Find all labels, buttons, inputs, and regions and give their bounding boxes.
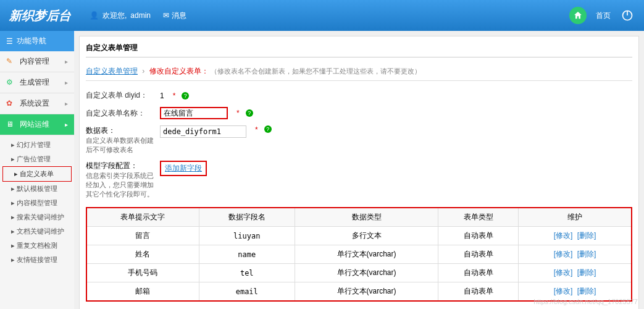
add-field-button[interactable]: 添加新字段 bbox=[160, 161, 207, 176]
th-prompt: 表单提示文字 bbox=[86, 208, 199, 227]
table-label: 数据表： bbox=[86, 125, 154, 136]
edit-link[interactable]: [修改] bbox=[554, 250, 573, 258]
page-title: 自定义表单管理 bbox=[86, 43, 632, 57]
user-icon: 👤 bbox=[90, 11, 99, 20]
edit-icon: ✎ bbox=[6, 57, 16, 67]
sub-nav: ▸ 幻灯片管理 ▸ 广告位管理 ▸ 自定义表单 ▸ 默认模板管理 ▸ 内容模型管… bbox=[0, 135, 74, 269]
table-input[interactable] bbox=[160, 125, 246, 138]
table-sublabel: 自定义表单数据表创建后不可修改表名 bbox=[86, 136, 154, 154]
breadcrumb-current: 修改自定义表单： bbox=[149, 67, 209, 75]
delete-link[interactable]: [删除] bbox=[577, 231, 596, 240]
chevron-right-icon: ▸ bbox=[65, 58, 68, 65]
help-icon[interactable]: ? bbox=[182, 92, 189, 99]
sub-friendlink[interactable]: ▸ 友情链接管理 bbox=[0, 253, 74, 267]
table-row: 姓名name单行文本(varchar)自动表单[修改] [删除] bbox=[86, 245, 632, 264]
logout-button[interactable] bbox=[620, 8, 635, 23]
welcome-text: 👤 欢迎您,admin bbox=[90, 11, 151, 21]
watermark: https://blog.csdn.net/qq_17025577 bbox=[533, 298, 638, 305]
breadcrumb: 自定义表单管理 › 修改自定义表单： （修改表名不会创建新表，如果您不懂手工处理… bbox=[86, 62, 632, 81]
fields-table: 表单提示文字 数据字段名 数据类型 表单类型 维护 留言liuyan多行文本自动… bbox=[86, 207, 632, 302]
delete-link[interactable]: [删除] bbox=[577, 268, 596, 277]
diyid-label: 自定义表单 diyid： bbox=[86, 90, 154, 101]
edit-link[interactable]: [修改] bbox=[554, 231, 573, 240]
table-row: 手机号码tel单行文本(varchar)自动表单[修改] [删除] bbox=[86, 264, 632, 282]
nav-header: ☰ 功能导航 bbox=[0, 31, 74, 51]
breadcrumb-link[interactable]: 自定义表单管理 bbox=[86, 67, 138, 75]
model-desc: 信息索引类字段系统已经加入，您只需要增加其它个性化字段即可。 bbox=[86, 171, 154, 199]
sub-slides[interactable]: ▸ 幻灯片管理 bbox=[0, 138, 74, 152]
sub-diyform[interactable]: ▸ 自定义表单 bbox=[2, 166, 72, 182]
diyid-value: 1 bbox=[160, 91, 164, 100]
sub-dup[interactable]: ▸ 重复文档检测 bbox=[0, 239, 74, 253]
sub-doc-kw[interactable]: ▸ 文档关键词维护 bbox=[0, 224, 74, 239]
sub-search-kw[interactable]: ▸ 搜索关键词维护 bbox=[0, 210, 74, 224]
help-icon[interactable]: ? bbox=[246, 109, 253, 117]
th-actions: 维护 bbox=[518, 208, 632, 227]
chevron-right-icon: ▸ bbox=[65, 100, 68, 107]
table-row: 留言liuyan多行文本自动表单[修改] [删除] bbox=[86, 227, 632, 245]
delete-link[interactable]: [删除] bbox=[577, 287, 596, 295]
top-header: 新织梦后台 👤 欢迎您,admin ✉ 消息 首页 bbox=[0, 0, 644, 31]
home-icon bbox=[573, 11, 583, 20]
nav-build-manage[interactable]: ⚙ 生成管理 ▸ bbox=[0, 72, 74, 93]
edit-link[interactable]: [修改] bbox=[554, 287, 573, 295]
th-dtype: 数据类型 bbox=[295, 208, 438, 227]
build-icon: ⚙ bbox=[6, 78, 16, 88]
sidebar: ☰ 功能导航 ✎ 内容管理 ▸ ⚙ 生成管理 ▸ ✿ 系统设置 ▸ 🖥 网站运维… bbox=[0, 31, 74, 309]
nav-content-manage[interactable]: ✎ 内容管理 ▸ bbox=[0, 51, 74, 72]
delete-link[interactable]: [删除] bbox=[577, 250, 596, 258]
sub-tpl[interactable]: ▸ 默认模板管理 bbox=[0, 182, 74, 196]
th-field: 数据字段名 bbox=[199, 208, 295, 227]
chevron-right-icon: ▸ bbox=[65, 79, 68, 86]
main-panel: 自定义表单管理 自定义表单管理 › 修改自定义表单： （修改表名不会创建新表，如… bbox=[79, 36, 639, 309]
nav-system-settings[interactable]: ✿ 系统设置 ▸ bbox=[0, 93, 74, 114]
mail-icon: ✉ bbox=[163, 11, 169, 20]
home-label[interactable]: 首页 bbox=[596, 11, 611, 21]
menu-icon: ☰ bbox=[6, 37, 13, 46]
breadcrumb-notice: （修改表名不会创建新表，如果您不懂手工处理这些表，请不要更改） bbox=[211, 67, 421, 75]
monitor-icon: 🖥 bbox=[6, 120, 16, 130]
sub-ads[interactable]: ▸ 广告位管理 bbox=[0, 152, 74, 166]
home-button[interactable] bbox=[569, 7, 587, 24]
edit-link[interactable]: [修改] bbox=[554, 268, 573, 277]
help-icon[interactable]: ? bbox=[264, 125, 272, 133]
nav-site-ops[interactable]: 🖥 网站运维 ▸ bbox=[0, 114, 74, 135]
model-label: 模型字段配置： bbox=[86, 161, 154, 171]
message-link[interactable]: ✉ 消息 bbox=[163, 11, 186, 21]
th-ftype: 表单类型 bbox=[438, 208, 519, 227]
form-name-input[interactable] bbox=[160, 107, 228, 119]
name-label: 自定义表单名称： bbox=[86, 108, 154, 119]
settings-icon: ✿ bbox=[6, 99, 16, 109]
sub-model[interactable]: ▸ 内容模型管理 bbox=[0, 196, 74, 210]
logo: 新织梦后台 bbox=[9, 7, 71, 24]
power-icon bbox=[621, 9, 634, 22]
chevron-right-icon: ▸ bbox=[65, 121, 68, 128]
